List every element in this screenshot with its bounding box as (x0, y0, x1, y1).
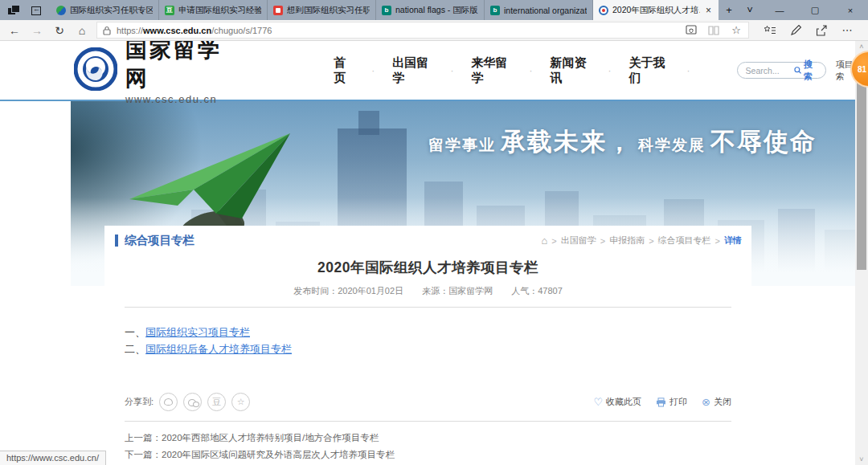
article-actions: ♡ 收藏此页 打印 ⊗ 关闭 (593, 396, 731, 408)
red-app-favicon (273, 6, 283, 15)
nav-dot: · (529, 65, 532, 76)
weibo-share-icon[interactable] (159, 393, 178, 411)
nav-dot: · (687, 65, 690, 76)
refresh-icon[interactable]: ↻ (48, 24, 71, 37)
window-minimize-button[interactable]: — (762, 0, 797, 20)
url-domain: www.csc.edu.cn (143, 26, 211, 35)
share-icon[interactable] (815, 24, 828, 37)
browser-tab-1[interactable]: 国际组织实习任职专区 (51, 0, 159, 20)
browser-tab-active[interactable]: 2020年国际组织人才培… × (593, 0, 719, 20)
douban-share-icon[interactable]: 豆 (207, 393, 226, 411)
prev-article-link[interactable]: 上一篇：2020年西部地区人才培养特别项目/地方合作项目专栏 (125, 430, 731, 447)
more-options-icon[interactable]: ⋯ (841, 24, 854, 37)
print-label: 打印 (669, 396, 687, 408)
reading-view-icon[interactable] (707, 24, 720, 37)
nav-item-about[interactable]: 关于我们 (629, 55, 669, 86)
bing-favicon: b (490, 6, 500, 15)
breadcrumb-item[interactable]: 综合项目专栏 (658, 235, 711, 247)
crumb-separator: > (649, 236, 653, 246)
tab-close-icon[interactable]: × (704, 5, 713, 16)
window-close-button[interactable]: × (833, 0, 868, 20)
link-status-tooltip: https://www.csc.edu.cn/ (0, 451, 106, 465)
heart-icon: ♡ (593, 396, 603, 408)
add-favorite-star-icon[interactable]: ☆ (730, 24, 743, 37)
breadcrumb-item[interactable]: 出国留学 (561, 235, 596, 247)
banner-slogan: 留学事业 承载未来， 科学发展 不辱使命 (428, 125, 821, 159)
tab-preview-icon[interactable] (8, 6, 19, 15)
search-icon (794, 66, 801, 75)
crumb-separator: > (715, 236, 720, 246)
print-button[interactable]: 打印 (656, 396, 687, 408)
nav-item-news[interactable]: 新闻资讯 (550, 55, 590, 86)
bing-favicon: b (382, 6, 391, 15)
site-search-box[interactable]: 搜索 (737, 62, 826, 79)
page-scrollbar[interactable]: ˄ ˅ (855, 41, 868, 465)
scrollbar-down-icon[interactable]: ˅ (855, 454, 868, 465)
bookmark-page-button[interactable]: ♡ 收藏此页 (593, 396, 641, 408)
breadcrumb: ⌂ > 出国留学 > 申报指南 > 综合项目专栏 > 详情 (541, 235, 742, 247)
tab-title: national flags - 国际版 Bing (395, 5, 478, 16)
nav-item-study-abroad[interactable]: 出国留学 (392, 55, 432, 86)
breadcrumb-item[interactable]: 申报指南 (609, 235, 645, 247)
list-prefix: 一、 (125, 326, 145, 338)
next-article-link[interactable]: 下一篇：2020年国际区域问题研究及外语高层次人才培养项目专栏 (125, 447, 731, 463)
scrollbar-thumb[interactable] (857, 83, 866, 270)
web-note-pen-icon[interactable] (789, 24, 802, 37)
slogan-part-2: 承载未来， (501, 125, 633, 159)
url-path: /chuguo/s/1776 (211, 26, 272, 35)
home-icon[interactable]: ⌂ (71, 24, 93, 37)
article-source: 来源：国家留学网 (422, 286, 493, 296)
close-article-button[interactable]: ⊗ 关闭 (702, 396, 731, 408)
tab-title: international organizations (504, 6, 587, 15)
view-count: 人气：47807 (511, 286, 563, 296)
next-title: 2020年国际区域问题研究及外语高层次人才培养项目专栏 (162, 450, 395, 459)
nav-item-home[interactable]: 首页 (334, 55, 354, 86)
browser-tab-5[interactable]: b international organizations (485, 0, 593, 20)
forward-icon[interactable]: → (26, 24, 48, 37)
article-title: 2020年国际组织人才培养项目专栏 (104, 258, 751, 277)
internship-program-link[interactable]: 国际组织实习项目专栏 (145, 326, 250, 338)
site-title: 国家留学网 (125, 41, 231, 93)
list-item: 二、国际组织后备人才培养项目专栏 (125, 341, 731, 357)
tab-title: 想到国际组织实习任职吗？ (287, 5, 370, 16)
slogan-part-3: 科学发展 (638, 135, 706, 156)
address-bar[interactable]: https://www.csc.edu.cn/chuguo/s/1776 ☆ (96, 22, 749, 39)
section-title: 综合项目专栏 (115, 235, 194, 247)
browser-window: 国际组织实习任职专区 豆 申请国际组织实习经验贴 - 想到国际组织实习任职吗？ … (0, 0, 868, 465)
tracking-prevention-icon[interactable] (685, 24, 698, 37)
favorites-hub-icon[interactable] (764, 24, 776, 37)
tab-dropdown-icon[interactable]: ˅ (739, 0, 760, 20)
douban-favicon: 豆 (165, 6, 174, 15)
close-circle-icon: ⊗ (702, 396, 710, 408)
nav-item-study-in-china[interactable]: 来华留学 (471, 55, 511, 86)
new-tab-button[interactable]: + (719, 0, 739, 20)
bookmark-label: 收藏此页 (606, 396, 641, 408)
breadcrumb-home-icon[interactable]: ⌂ (541, 235, 547, 247)
tab-title: 国际组织实习任职专区 (70, 5, 153, 16)
printer-icon (656, 398, 666, 407)
search-button[interactable]: 搜索 (794, 59, 819, 83)
browser-tab-4[interactable]: b national flags - 国际版 Bing (376, 0, 485, 20)
lock-icon (103, 26, 111, 35)
wechat-share-icon[interactable] (183, 393, 202, 411)
article-meta: 发布时间：2020年01月02日 来源：国家留学网 人气：47807 (104, 285, 751, 297)
browser-tab-3[interactable]: 想到国际组织实习任职吗？ (268, 0, 376, 20)
set-tabs-aside-icon[interactable] (31, 6, 41, 15)
breadcrumb-current: 详情 (724, 235, 742, 247)
page-viewport: 国家留学网 www.csc.edu.cn 首页 · 出国留学 · 来华留学 · … (0, 41, 868, 465)
close-label: 关闭 (714, 396, 731, 408)
url-text: https://www.csc.edu.cn/chuguo/s/1776 (117, 26, 679, 35)
qzone-share-icon[interactable]: ☆ (231, 393, 250, 411)
browser-tab-2[interactable]: 豆 申请国际组织实习经验贴 - (159, 0, 268, 20)
next-label: 下一篇： (125, 450, 162, 459)
divider (125, 307, 731, 308)
nav-dot: · (371, 65, 375, 76)
back-icon[interactable]: ← (3, 24, 26, 37)
slogan-part-1: 留学事业 (428, 135, 496, 156)
site-logo[interactable]: 国家留学网 www.csc.edu.cn (74, 41, 231, 105)
browser-toolbar: ← → ↻ ⌂ https://www.csc.edu.cn/chuguo/s/… (0, 20, 868, 41)
search-input[interactable] (746, 66, 794, 75)
reserve-talent-program-link[interactable]: 国际组织后备人才培养项目专栏 (145, 343, 292, 355)
window-maximize-button[interactable]: ▢ (797, 0, 833, 20)
page-favicon (599, 6, 608, 15)
